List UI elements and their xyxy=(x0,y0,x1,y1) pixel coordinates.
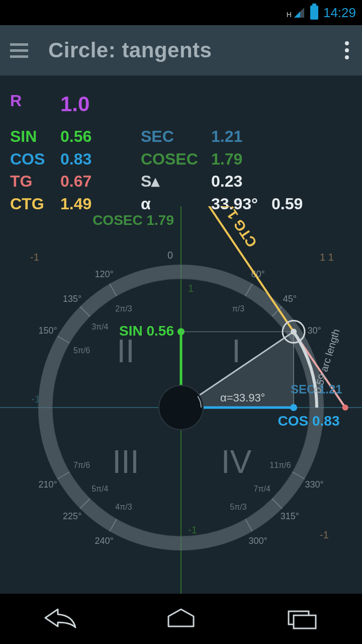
s-value: 0.23 xyxy=(211,170,272,193)
svg-text:α=33.93°: α=33.93° xyxy=(220,391,265,404)
sec-value: 1.21 xyxy=(211,125,272,148)
svg-text:2π/3: 2π/3 xyxy=(115,304,132,313)
menu-icon[interactable] xyxy=(10,43,28,58)
r-value: 1.0 xyxy=(60,90,141,119)
svg-point-54 xyxy=(342,405,348,411)
svg-text:225°: 225° xyxy=(63,511,81,521)
svg-text:π/3: π/3 xyxy=(232,304,244,313)
android-nav-bar xyxy=(0,594,362,644)
svg-text:5π/6: 5π/6 xyxy=(73,346,90,355)
r-label: R xyxy=(10,90,60,119)
back-button[interactable] xyxy=(40,605,80,632)
svg-text:SIN 0.56: SIN 0.56 xyxy=(119,323,174,339)
svg-text:CTG 1.49: CTG 1.49 xyxy=(213,206,260,250)
tg-label: TG xyxy=(10,170,60,193)
signal-icon: H xyxy=(287,7,305,19)
svg-text:330°: 330° xyxy=(305,479,323,490)
recents-button[interactable] xyxy=(282,605,322,632)
status-bar: H 14:29 xyxy=(0,0,362,25)
svg-text:45°: 45° xyxy=(283,294,297,304)
sec-label: SEC xyxy=(141,125,211,148)
svg-point-62 xyxy=(159,385,203,430)
svg-text:-1: -1 xyxy=(188,524,197,535)
tg-value: 0.67 xyxy=(60,170,141,193)
svg-text:315°: 315° xyxy=(281,511,299,521)
svg-text:7π/4: 7π/4 xyxy=(254,485,270,493)
svg-text:-1: -1 xyxy=(31,393,40,405)
svg-text:IV: IV xyxy=(221,444,252,480)
svg-text:III: III xyxy=(112,444,139,480)
cosec-value: 1.79 xyxy=(211,148,272,171)
svg-text:0: 0 xyxy=(167,250,173,261)
svg-text:240°: 240° xyxy=(95,536,113,546)
sin-label: SIN xyxy=(10,125,60,148)
sin-value: 0.56 xyxy=(60,125,141,148)
svg-text:COS 0.83: COS 0.83 xyxy=(278,413,340,429)
svg-text:120°: 120° xyxy=(95,269,113,279)
svg-rect-72 xyxy=(294,615,316,628)
svg-point-61 xyxy=(291,329,297,335)
overflow-icon[interactable] xyxy=(342,38,352,62)
svg-text:4π/3: 4π/3 xyxy=(115,503,132,511)
svg-text:-1: -1 xyxy=(30,252,39,263)
svg-text:11π/6: 11π/6 xyxy=(269,461,291,469)
svg-text:-1: -1 xyxy=(320,529,329,540)
home-button[interactable] xyxy=(161,605,201,632)
clock: 14:29 xyxy=(323,5,356,21)
svg-text:135°: 135° xyxy=(63,294,81,304)
s-label: S▴ xyxy=(141,170,211,193)
svg-text:1 1: 1 1 xyxy=(320,252,334,263)
cos-label: COS xyxy=(10,148,60,171)
cosec-label: COSEC xyxy=(141,148,211,171)
battery-icon xyxy=(310,6,318,20)
unit-circle-diagram[interactable]: 30°45°60°120°135°150°210°225°240°300°315… xyxy=(0,206,362,594)
values-panel: R 1.0 SIN 0.56 SEC 1.21 COS 0.83 COSEC 1… xyxy=(0,75,362,220)
svg-text:210°: 210° xyxy=(38,479,57,490)
svg-text:COSEC 1.79: COSEC 1.79 xyxy=(93,212,174,228)
svg-text:5π/4: 5π/4 xyxy=(92,485,108,493)
app-bar: Circle: tangents xyxy=(0,25,362,75)
content-area: R 1.0 SIN 0.56 SEC 1.21 COS 0.83 COSEC 1… xyxy=(0,75,362,594)
page-title: Circle: tangents xyxy=(48,38,212,62)
svg-point-46 xyxy=(290,404,297,411)
network-type: H xyxy=(287,11,292,19)
svg-text:3π/4: 3π/4 xyxy=(92,323,108,331)
svg-text:I: I xyxy=(232,333,241,369)
svg-text:7π/6: 7π/6 xyxy=(73,461,90,469)
svg-text:5π/3: 5π/3 xyxy=(230,503,246,511)
cos-value: 0.83 xyxy=(60,148,141,171)
svg-text:30°: 30° xyxy=(307,326,321,336)
svg-text:300°: 300° xyxy=(248,536,267,546)
svg-text:150°: 150° xyxy=(38,326,57,336)
svg-text:1: 1 xyxy=(188,283,194,294)
svg-marker-1 xyxy=(294,12,300,18)
